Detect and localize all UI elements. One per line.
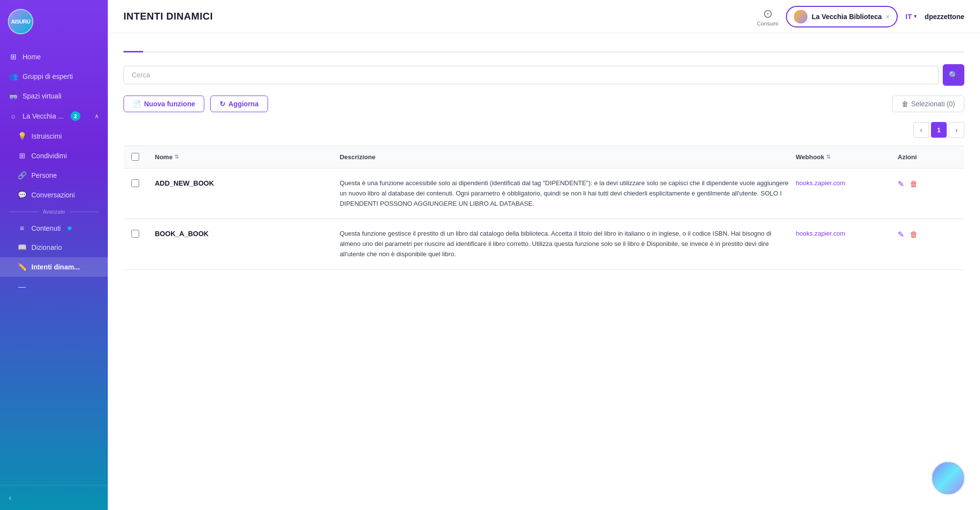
lavecchia-badge: 2 — [71, 111, 80, 121]
row1-actions: ✎ 🗑 — [898, 178, 956, 189]
row2-name: BOOK_A_BOOK — [155, 229, 336, 238]
sidebar-nav: ⊞ Home 👥 Gruppi di esperti 🥽 Spazi virtu… — [0, 43, 108, 485]
nome-sort-icon: ⇅ — [174, 154, 179, 160]
avanzate-divider: Avanzate — [0, 205, 108, 219]
language-selector[interactable]: IT ▾ — [906, 12, 917, 21]
row2-actions: ✎ 🗑 — [898, 229, 956, 239]
home-icon: ⊞ — [9, 52, 18, 61]
sidebar-item-label: La Vecchia ... — [23, 112, 64, 120]
dizionario-icon: 📖 — [18, 243, 26, 252]
gruppi-icon: 👥 — [9, 72, 18, 81]
page-title: INTENTI DINAMICI — [123, 11, 749, 22]
row1-description: Questa è una funzione accessibile solo a… — [340, 178, 792, 209]
update-button[interactable]: ↻ Aggiorna — [210, 96, 268, 112]
next-page-btn[interactable]: › — [949, 122, 964, 138]
search-input[interactable] — [123, 66, 939, 84]
new-function-icon: 📄 — [133, 100, 141, 108]
persone-icon: 🔗 — [18, 171, 26, 180]
intenti-icon: ✏️ — [18, 263, 26, 271]
prev-page-btn[interactable]: ‹ — [913, 122, 929, 138]
chat-bubble-button[interactable] — [931, 461, 965, 495]
sidebar-item-label: Condividimi — [31, 152, 67, 160]
row1-edit-button[interactable]: ✎ — [898, 179, 904, 189]
tab-active[interactable] — [123, 41, 143, 52]
col-webhook[interactable]: Webhook ⇅ — [796, 153, 894, 161]
sidebar-item-persone[interactable]: 🔗 Persone — [0, 166, 108, 185]
divider-line-right — [69, 212, 99, 212]
sidebar-item-condividimi[interactable]: ⊞ Condividimi — [0, 146, 108, 166]
workspace-avatar — [794, 10, 808, 24]
sidebar: AISURU ⊞ Home 👥 Gruppi di esperti 🥽 Spaz… — [0, 0, 108, 510]
toolbar: 📄 Nuova funzione ↻ Aggiorna 🗑 Selezionat… — [123, 96, 964, 112]
row2-checkbox-cell — [131, 229, 151, 240]
col-nome[interactable]: Nome ⇅ — [155, 153, 336, 161]
conversazioni-icon: 💬 — [18, 191, 26, 199]
table-header: Nome ⇅ Descrizione Webhook ⇅ Azioni — [123, 146, 964, 169]
sidebar-item-label: Home — [23, 53, 41, 61]
consumi-button[interactable]: ⊙ Consumi — [757, 7, 778, 26]
chat-avatar — [932, 462, 964, 494]
sidebar-item-label: Dizionario — [31, 243, 62, 251]
lang-label: IT — [906, 12, 912, 21]
sidebar-item-conversazioni[interactable]: 💬 Conversazioni — [0, 185, 108, 205]
search-input-wrap — [123, 66, 939, 84]
row1-webhook[interactable]: hooks.zapier.com — [796, 178, 894, 187]
search-button[interactable]: 🔍 — [943, 64, 964, 86]
content-area: 🔍 📄 Nuova funzione ↻ Aggiorna 🗑 Selezion… — [108, 33, 980, 510]
col-checkbox — [131, 152, 151, 162]
selected-button[interactable]: 🗑 Selezionati (0) — [892, 96, 965, 112]
main-area: INTENTI DINAMICI ⊙ Consumi La Vecchia Bi… — [108, 0, 980, 510]
sidebar-item-label: Istruiscimi — [31, 132, 62, 140]
sidebar-collapse-btn[interactable]: ‹ — [0, 485, 108, 510]
sidebar-item-home[interactable]: ⊞ Home — [0, 47, 108, 67]
row1-delete-button[interactable]: 🗑 — [910, 180, 918, 189]
row1-checkbox[interactable] — [131, 179, 139, 187]
update-icon: ↻ — [220, 100, 225, 108]
lavecchia-chevron: ∧ — [95, 113, 99, 120]
sidebar-item-label: Intenti dinam... — [31, 263, 80, 271]
sidebar-item-istruiscimi[interactable]: 💡 Istruiscimi — [0, 126, 108, 146]
new-function-button[interactable]: 📄 Nuova funzione — [123, 96, 204, 112]
sidebar-item-intenti[interactable]: ✏️ Intenti dinam... — [0, 257, 108, 277]
workspace-selector[interactable]: La Vecchia Biblioteca × — [786, 6, 897, 27]
sidebar-item-contenuti[interactable]: ≡ Contenuti — [0, 219, 108, 238]
spazi-icon: 🥽 — [9, 92, 18, 100]
row2-edit-button[interactable]: ✎ — [898, 230, 904, 239]
row2-description: Questa funzione gestisce il prestito di … — [340, 229, 792, 259]
pagination: ‹ 1 › — [123, 122, 964, 138]
prev-icon: ‹ — [920, 126, 922, 134]
dash-icon: — — [18, 282, 26, 291]
sidebar-item-lavecchia[interactable]: ○ La Vecchia ... 2 ∧ — [0, 106, 108, 126]
sidebar-logo: AISURU — [0, 0, 108, 43]
header: INTENTI DINAMICI ⊙ Consumi La Vecchia Bi… — [108, 0, 980, 33]
consumi-icon: ⊙ — [763, 7, 773, 21]
row2-checkbox[interactable] — [131, 230, 139, 238]
sidebar-item-gruppi[interactable]: 👥 Gruppi di esperti — [0, 67, 108, 86]
row2-webhook[interactable]: hooks.zapier.com — [796, 229, 894, 237]
sidebar-item-label: Contenuti — [31, 224, 61, 232]
row2-delete-button[interactable]: 🗑 — [910, 230, 918, 239]
lang-chevron-icon: ▾ — [914, 13, 917, 20]
sidebar-item-dizionario[interactable]: 📖 Dizionario — [0, 238, 108, 257]
workspace-name: La Vecchia Biblioteca — [811, 13, 882, 21]
select-all-checkbox[interactable] — [131, 153, 139, 161]
search-icon: 🔍 — [949, 71, 958, 80]
row1-name: ADD_NEW_BOOK — [155, 178, 336, 187]
sidebar-item-label: Gruppi di esperti — [23, 73, 73, 80]
sidebar-item-spazi[interactable]: 🥽 Spazi virtuali — [0, 86, 108, 106]
table-row: BOOK_A_BOOK Questa funzione gestisce il … — [123, 219, 964, 269]
sidebar-item-label: Persone — [31, 171, 57, 179]
condividimi-icon: ⊞ — [18, 151, 26, 160]
sidebar-item-dash[interactable]: — — [0, 277, 108, 296]
username-label: dpezzettone — [925, 13, 964, 21]
sidebar-item-label: Spazi virtuali — [23, 92, 61, 100]
lavecchia-icon: ○ — [9, 112, 18, 121]
col-descrizione: Descrizione — [340, 153, 792, 161]
search-row: 🔍 — [123, 64, 964, 86]
divider-line-left — [9, 212, 39, 212]
selected-icon: 🗑 — [902, 100, 908, 108]
table-row: ADD_NEW_BOOK Questa è una funzione acces… — [123, 169, 964, 219]
col-azioni: Azioni — [898, 153, 956, 161]
workspace-close-btn[interactable]: × — [886, 13, 890, 21]
current-page-btn[interactable]: 1 — [931, 122, 947, 138]
